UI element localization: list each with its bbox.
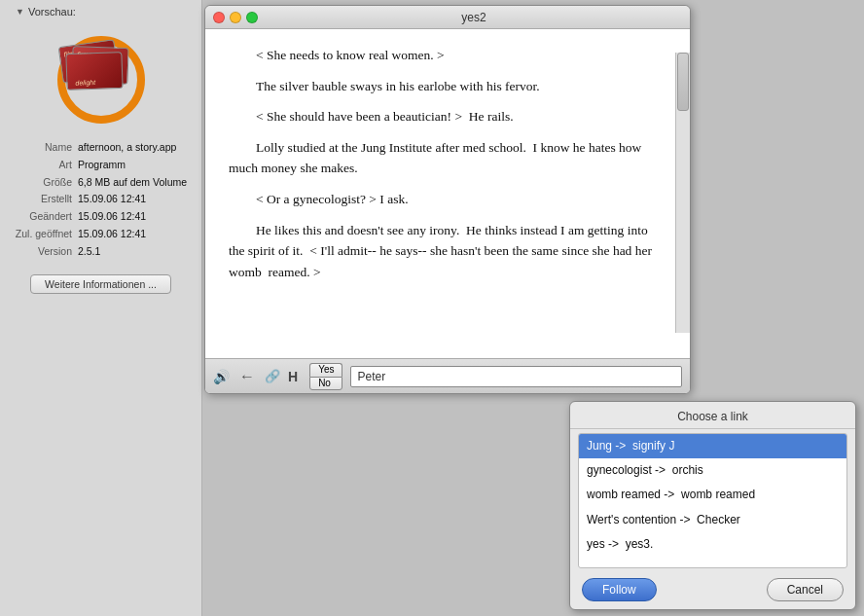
window-title: yes2 — [266, 11, 682, 24]
info-row-name: Name afternoon, a story.app — [8, 140, 194, 156]
name-value: afternoon, a story.app — [78, 140, 176, 156]
main-window: yes2 < She needs to know real women. > T… — [204, 5, 691, 394]
info-table: Name afternoon, a story.app Art Programm… — [0, 136, 201, 265]
link-item-1[interactable]: gynecologist -> orchis — [579, 458, 846, 483]
version-label: Version — [8, 244, 78, 260]
info-row-groesse: Größe 6,8 MB auf dem Volume — [8, 175, 194, 191]
info-row-geoeffnet: Zul. geöffnet 15.09.06 12:41 — [8, 227, 194, 242]
triangle-icon: ▼ — [16, 7, 24, 17]
text-paragraph-2: The silver bauble sways in his earlobe w… — [229, 76, 666, 97]
link-panel-title: Choose a link — [570, 402, 855, 429]
groesse-label: Größe — [8, 175, 78, 191]
app-icon: filmstar firmness delight — [53, 31, 150, 128]
erstellt-value: 15.09.06 12:41 — [78, 192, 146, 207]
text-paragraph-4: Lolly studied at the Jung Institute afte… — [229, 137, 666, 179]
back-arrow-icon[interactable]: ← — [234, 366, 261, 387]
link-panel-footer: Follow Cancel — [570, 572, 855, 609]
heading-icon[interactable]: H — [288, 369, 298, 384]
weitere-informationen-button[interactable]: Weitere Informationen ... — [30, 274, 171, 294]
card-3-label: delight — [75, 79, 95, 87]
sidebar-panel: ▼ Vorschau: filmstar firmness delight Na… — [0, 0, 202, 616]
scrollbar-thumb[interactable] — [677, 53, 689, 111]
link-list: Jung -> signify J gynecologist -> orchis… — [578, 433, 847, 568]
geaendert-label: Geändert — [8, 209, 78, 225]
cancel-button[interactable]: Cancel — [767, 578, 844, 601]
yes-button[interactable]: Yes — [309, 363, 342, 377]
version-value: 2.5.1 — [78, 244, 100, 260]
link-panel: Choose a link Jung -> signify J gynecolo… — [569, 401, 856, 610]
erstellt-label: Erstellt — [8, 192, 78, 207]
info-row-version: Version 2.5.1 — [8, 244, 194, 260]
geaendert-value: 15.09.06 12:41 — [78, 209, 146, 225]
maximize-button[interactable] — [246, 12, 258, 23]
scrollbar[interactable] — [675, 53, 690, 333]
text-paragraph-6: He likes this and doesn't see any irony.… — [229, 220, 666, 283]
minimize-button[interactable] — [230, 12, 241, 23]
name-input[interactable] — [350, 366, 682, 387]
close-button[interactable] — [213, 12, 225, 23]
link-item-4[interactable]: yes -> yes3. — [579, 532, 846, 557]
info-row-erstellt: Erstellt 15.09.06 12:41 — [8, 192, 194, 207]
sidebar-header: ▼ Vorschau: — [0, 0, 201, 21]
link-item-0[interactable]: Jung -> signify J — [579, 434, 846, 458]
window-titlebar: yes2 — [205, 6, 690, 29]
text-paragraph-1: < She needs to know real women. > — [229, 45, 666, 66]
link-item-3[interactable]: Wert's contention -> Checker — [579, 508, 846, 532]
art-label: Art — [8, 158, 78, 173]
info-row-art: Art Programm — [8, 158, 194, 173]
card-3: delight — [65, 52, 123, 91]
no-button[interactable]: No — [309, 377, 342, 390]
yes-no-group: Yes No — [309, 363, 342, 390]
geoeffnet-value: 15.09.06 12:41 — [78, 227, 146, 242]
follow-button[interactable]: Follow — [582, 578, 657, 601]
geoeffnet-label: Zul. geöffnet — [8, 227, 78, 242]
text-paragraph-3: < She should have been a beautician! > H… — [229, 106, 666, 127]
traffic-lights — [213, 12, 258, 23]
link-item-2[interactable]: womb reamed -> womb reamed — [579, 483, 846, 507]
art-value: Programm — [78, 158, 126, 173]
link-icon[interactable]: 🔗 — [265, 369, 280, 383]
window-toolbar: 🔊 ← 🔗 H Yes No — [205, 358, 690, 393]
groesse-value: 6,8 MB auf dem Volume — [78, 175, 187, 191]
app-icon-area: filmstar firmness delight — [0, 21, 201, 136]
text-paragraph-5: < Or a gynecologist? > I ask. — [229, 189, 666, 210]
info-row-geaendert: Geändert 15.09.06 12:41 — [8, 209, 194, 225]
sidebar-header-label: Vorschau: — [28, 6, 76, 18]
speaker-icon[interactable]: 🔊 — [213, 369, 230, 384]
name-label: Name — [8, 140, 78, 156]
text-content-area: < She needs to know real women. > The si… — [205, 29, 690, 358]
